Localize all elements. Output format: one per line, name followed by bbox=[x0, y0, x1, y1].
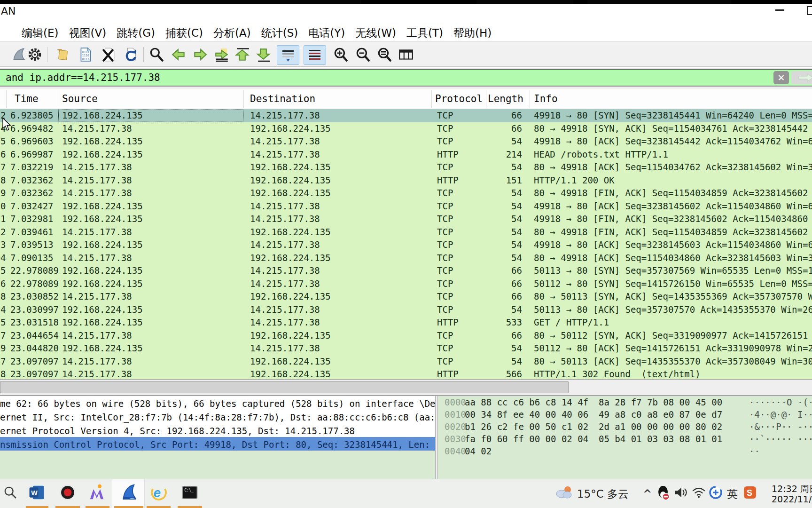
menu-item[interactable]: 帮助(H) bbox=[453, 26, 492, 40]
column-separator[interactable] bbox=[530, 90, 530, 108]
packet-row[interactable]: 66.969987192.168.224.13514.215.177.38HTT… bbox=[0, 148, 812, 161]
tray-language-indicator[interactable]: 英 bbox=[727, 479, 738, 508]
column-separator[interactable] bbox=[486, 90, 486, 108]
running-app-indicator bbox=[86, 506, 109, 508]
zoom-reset-button[interactable] bbox=[375, 45, 394, 64]
hex-row[interactable]: 0030fa f0 60 ff 00 00 02 0405 b4 01 03 0… bbox=[438, 433, 812, 445]
packet-row[interactable]: 47.09013514.215.177.38192.168.224.135TCP… bbox=[0, 252, 812, 265]
taskbar-search-button[interactable] bbox=[1, 483, 20, 502]
weather-temp[interactable]: 15°C bbox=[577, 479, 604, 508]
column-header[interactable]: Protocol bbox=[435, 89, 483, 108]
hex-row[interactable]: 001000 34 8f ee 40 00 40 0649 a8 c0 a8 e… bbox=[438, 408, 812, 421]
packet-row[interactable]: 823.09709714.215.177.38192.168.224.135HT… bbox=[0, 368, 812, 379]
filter-apply-button[interactable] bbox=[791, 71, 812, 84]
menu-item[interactable]: 捕获(C) bbox=[165, 26, 203, 40]
packet-row[interactable]: 823.03085214.215.177.38192.168.224.135TC… bbox=[0, 290, 812, 303]
packet-row[interactable]: 27.03946114.215.177.38192.168.224.135TCP… bbox=[0, 226, 812, 239]
resize-columns-button[interactable] bbox=[397, 45, 415, 64]
column-separator[interactable] bbox=[243, 90, 244, 108]
tray-expand-chevron[interactable]: ^ bbox=[643, 479, 652, 508]
go-first-packet-button[interactable] bbox=[234, 45, 252, 64]
menu-item[interactable]: 编辑(E) bbox=[22, 26, 58, 40]
detail-line[interactable]: ernet Protocol Version 4, Src: 192.168.2… bbox=[0, 423, 435, 437]
go-to-packet-button[interactable] bbox=[212, 45, 231, 64]
weather-condition[interactable]: 多云 bbox=[607, 479, 629, 508]
taskbar-clock[interactable]: 12:32 周日 2022/11/13 bbox=[772, 484, 812, 504]
display-filter-input[interactable]: and ip.addr==14.215.177.38 bbox=[6, 70, 160, 86]
detail-line[interactable]: ernet II, Src: IntelCor_28:f7:7b (14:4f:… bbox=[0, 410, 435, 423]
tray-wifi-icon[interactable] bbox=[691, 483, 707, 502]
menu-item[interactable]: 无线(W) bbox=[355, 26, 396, 40]
close-capture-button[interactable] bbox=[99, 45, 118, 64]
packet-row[interactable]: 97.03236214.215.177.38192.168.224.135TCP… bbox=[0, 187, 812, 200]
zoom-in-button[interactable] bbox=[331, 45, 350, 64]
colorize-packets-button[interactable] bbox=[304, 45, 326, 65]
column-header[interactable]: Destination bbox=[250, 89, 315, 108]
taskbar-wireshark-button[interactable] bbox=[119, 483, 138, 502]
tray-sogou-icon[interactable]: S bbox=[742, 483, 757, 502]
detail-line[interactable]: me 62: 66 bytes on wire (528 bits), 66 b… bbox=[0, 396, 435, 410]
minimize-button[interactable] bbox=[775, 9, 784, 11]
packet-row[interactable]: 723.09709714.215.177.38192.168.224.135TC… bbox=[0, 355, 812, 368]
column-separator[interactable] bbox=[58, 90, 58, 108]
menu-item[interactable]: 分析(A) bbox=[213, 26, 251, 40]
packet-time: 23.030852 bbox=[10, 290, 59, 303]
packet-row[interactable]: 923.044820192.168.224.13514.215.177.38TC… bbox=[0, 342, 812, 355]
packet-row[interactable]: 26.923805192.168.224.13514.215.177.38TCP… bbox=[0, 109, 812, 122]
column-header[interactable]: Time bbox=[15, 89, 39, 108]
column-header[interactable]: Source bbox=[62, 89, 98, 108]
filter-clear-button[interactable]: ✕ bbox=[773, 71, 789, 84]
packet-row[interactable]: 87.03236214.215.177.38192.168.224.135HTT… bbox=[0, 174, 812, 187]
hex-row[interactable]: 004004 02·· bbox=[438, 445, 812, 457]
menu-item[interactable]: 电话(Y) bbox=[308, 26, 345, 40]
taskbar-cmd-button[interactable]: C:\_ bbox=[180, 483, 199, 502]
zoom-out-button[interactable] bbox=[353, 45, 372, 64]
maximize-button[interactable] bbox=[807, 6, 812, 15]
detail-line[interactable]: nsmission Control Protocol, Src Port: 49… bbox=[0, 437, 435, 451]
packet-row[interactable]: 423.030997192.168.224.13514.215.177.38TC… bbox=[0, 303, 812, 317]
weather-icon[interactable] bbox=[554, 483, 573, 502]
packet-row[interactable]: 723.04465414.215.177.38192.168.224.135TC… bbox=[0, 329, 812, 342]
packet-row[interactable]: 37.039513192.168.224.13514.215.177.38TCP… bbox=[0, 238, 812, 252]
tray-sync-icon[interactable] bbox=[708, 483, 724, 502]
reload-capture-button[interactable] bbox=[121, 45, 140, 64]
column-separator[interactable] bbox=[431, 90, 432, 108]
packet-protocol: HTTP bbox=[437, 368, 459, 379]
packet-row[interactable]: 56.969603192.168.224.13514.215.177.38TCP… bbox=[0, 135, 812, 148]
packet-info: 49918 → 80 [ACK] Seq=3238145603 Ack=1154… bbox=[534, 238, 812, 252]
open-capture-button[interactable] bbox=[53, 45, 72, 64]
tray-qq-icon[interactable] bbox=[655, 483, 671, 502]
hscrollbar-thumb[interactable] bbox=[0, 381, 569, 393]
taskbar-moments-button[interactable] bbox=[87, 483, 106, 502]
packet-row[interactable]: 523.031518192.168.224.13514.215.177.38HT… bbox=[0, 316, 812, 329]
packet-row[interactable]: 522.978089192.168.224.13514.215.177.38TC… bbox=[0, 264, 812, 278]
hex-row[interactable]: 0020b1 26 c2 fe 00 50 c1 022d a1 00 00 0… bbox=[438, 421, 812, 433]
go-forward-button[interactable] bbox=[190, 45, 209, 64]
column-header[interactable]: Info bbox=[534, 89, 558, 108]
menu-item[interactable]: 工具(T) bbox=[406, 26, 443, 40]
menu-item[interactable]: 跳转(G) bbox=[117, 26, 155, 40]
go-last-packet-button[interactable] bbox=[255, 45, 273, 64]
menu-item[interactable]: 视图(V) bbox=[69, 26, 106, 40]
taskbar-ie-button[interactable]: e bbox=[149, 483, 168, 502]
taskbar-word-button[interactable]: W bbox=[27, 483, 46, 502]
packet-length: 533 bbox=[486, 316, 522, 329]
find-packet-button[interactable] bbox=[147, 45, 166, 64]
auto-scroll-button[interactable] bbox=[277, 45, 299, 65]
packet-row[interactable]: 07.032427192.168.224.13514.215.177.38TCP… bbox=[0, 200, 812, 213]
packet-row[interactable]: 77.03221914.215.177.38192.168.224.135TCP… bbox=[0, 161, 812, 174]
packet-row[interactable]: 622.978089192.168.224.13514.215.177.38TC… bbox=[0, 278, 812, 291]
column-header[interactable]: Length bbox=[488, 89, 523, 108]
packet-row[interactable]: 17.032981192.168.224.13514.215.177.38TCP… bbox=[0, 213, 812, 226]
hex-row[interactable]: 0000aa 88 cc c6 b6 c8 14 4f8a 28 f7 7b 0… bbox=[438, 396, 812, 408]
packet-row[interactable]: 46.96948214.215.177.38192.168.224.135TCP… bbox=[0, 122, 812, 135]
menu-item[interactable]: 统计(S) bbox=[261, 26, 298, 40]
capture-options-button[interactable] bbox=[25, 45, 44, 64]
save-capture-button[interactable]: 010111100111 bbox=[76, 45, 95, 64]
tray-volume-icon[interactable] bbox=[673, 483, 689, 502]
packet-list-header[interactable]: TimeSourceDestinationProtocolLengthInfo bbox=[0, 89, 812, 109]
taskbar-recorder-button[interactable] bbox=[58, 483, 77, 502]
packet-list-hscrollbar[interactable] bbox=[0, 379, 812, 396]
column-separator[interactable] bbox=[6, 90, 7, 108]
go-back-button[interactable] bbox=[170, 45, 188, 64]
